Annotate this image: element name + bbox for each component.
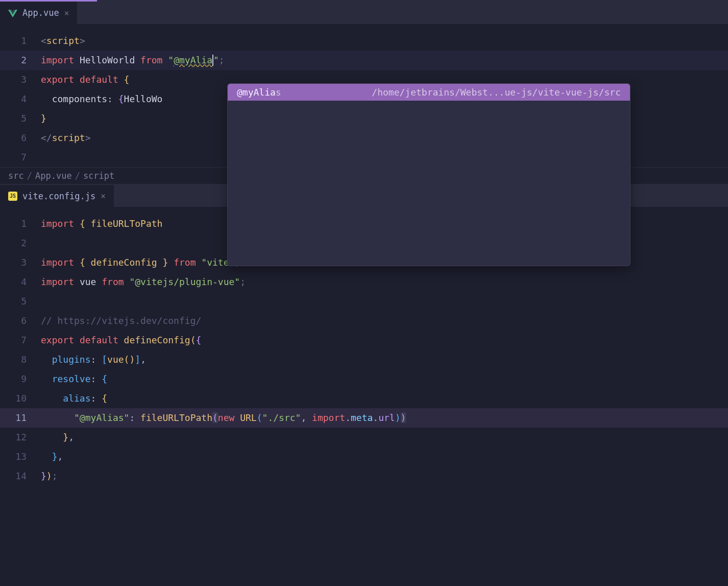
- line-number: 10: [5, 389, 41, 408]
- code-text: },: [41, 428, 728, 447]
- tab-label: App.vue: [22, 8, 59, 18]
- line-number: 5: [5, 109, 41, 128]
- code-text: resolve: {: [41, 369, 728, 389]
- code-text: });: [41, 466, 728, 486]
- line-number: 4: [5, 272, 41, 292]
- code-text: },: [41, 447, 728, 466]
- breadcrumb-part[interactable]: src: [8, 171, 24, 181]
- autocomplete-match: @myAlias: [237, 87, 281, 98]
- tab-label: vite.config.js: [22, 191, 95, 201]
- close-icon[interactable]: ×: [64, 8, 69, 18]
- line-number: 2: [5, 233, 41, 253]
- autocomplete-popup[interactable]: @myAlias /home/jetbrains/Webst...ue-js/v…: [227, 83, 630, 266]
- code-text: // https://vitejs.dev/config/: [41, 311, 728, 331]
- tab-vite-config[interactable]: JS vite.config.js ×: [0, 185, 114, 207]
- code-text: <script>: [41, 31, 728, 51]
- line-number: 1: [5, 31, 41, 51]
- line-number: 14: [5, 466, 41, 486]
- line-number: 11: [5, 408, 41, 428]
- vue-icon: [8, 9, 17, 17]
- line-number: 6: [5, 311, 41, 331]
- js-icon: JS: [8, 192, 17, 201]
- line-number: 7: [5, 331, 41, 350]
- breadcrumb-part[interactable]: App.vue: [35, 171, 72, 181]
- line-number: 6: [5, 128, 41, 148]
- code-text: "@myAlias": fileURLToPath(new URL("./src…: [41, 408, 728, 428]
- tab-bar-top: App.vue ×: [0, 2, 728, 24]
- code-text: alias: {: [41, 389, 728, 408]
- code-text: export default defineConfig({: [41, 331, 728, 350]
- autocomplete-item[interactable]: @myAlias /home/jetbrains/Webst...ue-js/v…: [228, 84, 630, 101]
- breadcrumb-part[interactable]: script: [83, 171, 114, 181]
- line-number: 12: [5, 428, 41, 447]
- line-number: 3: [5, 70, 41, 89]
- code-text: plugins: [vue()],: [41, 350, 728, 369]
- line-number: 7: [5, 148, 41, 167]
- line-number: 8: [5, 350, 41, 369]
- autocomplete-path: /home/jetbrains/Webst...ue-js/vite-vue-j…: [372, 87, 621, 98]
- line-number: 9: [5, 369, 41, 389]
- line-number: 3: [5, 253, 41, 272]
- tab-app-vue[interactable]: App.vue ×: [0, 2, 78, 24]
- line-number: 1: [5, 214, 41, 233]
- code-text: [41, 292, 728, 311]
- code-text: import HelloWorld from "@myAlia";: [41, 51, 728, 70]
- close-icon[interactable]: ×: [101, 191, 106, 201]
- line-number: 5: [5, 292, 41, 311]
- code-text: import vue from "@vitejs/plugin-vue";: [41, 272, 728, 292]
- line-number: 2: [5, 51, 41, 70]
- line-number: 4: [5, 89, 41, 109]
- line-number: 13: [5, 447, 41, 466]
